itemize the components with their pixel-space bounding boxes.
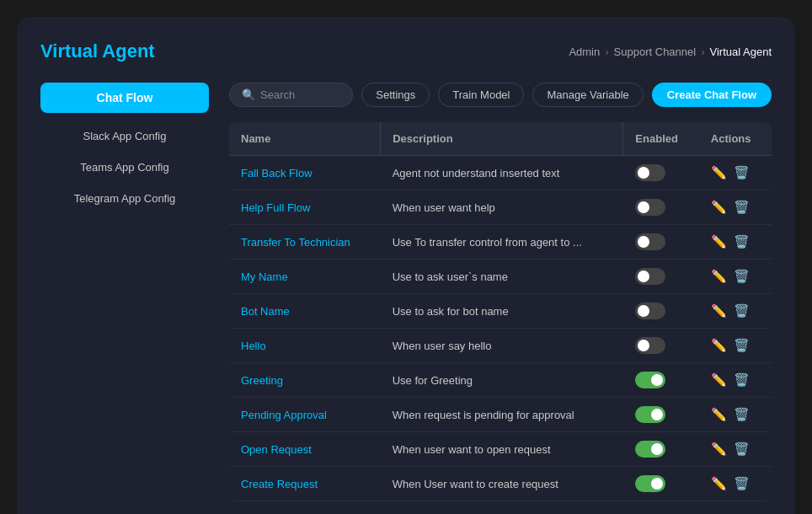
row-enabled bbox=[623, 294, 699, 329]
search-input[interactable] bbox=[260, 88, 340, 101]
row-name-cell: Create Request bbox=[229, 467, 381, 501]
row-description: When request is pending for approval bbox=[381, 398, 623, 432]
edit-icon[interactable]: ✏️ bbox=[711, 338, 727, 353]
delete-icon[interactable]: 🗑️ bbox=[734, 372, 750, 388]
sidebar: Chat Flow Slack App Config Teams App Con… bbox=[40, 83, 209, 501]
main-container: Virtual Agent Admin › Support Channel › … bbox=[17, 17, 795, 514]
sidebar-item-slack[interactable]: Slack App Config bbox=[40, 121, 209, 151]
toggle-switch[interactable] bbox=[635, 475, 665, 492]
col-name: Name bbox=[229, 122, 381, 156]
table-row: Fall Back FlowAgent not understand inser… bbox=[229, 156, 772, 190]
breadcrumb: Admin › Support Channel › Virtual Agent bbox=[569, 46, 772, 58]
edit-icon[interactable]: ✏️ bbox=[711, 269, 727, 284]
row-name-link[interactable]: Bot Name bbox=[241, 305, 290, 318]
toggle-switch[interactable] bbox=[635, 441, 665, 458]
delete-icon[interactable]: 🗑️ bbox=[734, 338, 750, 353]
toggle-switch[interactable] bbox=[635, 303, 665, 319]
table-row: Pending ApprovalWhen request is pending … bbox=[229, 398, 772, 432]
row-enabled bbox=[623, 156, 699, 190]
row-enabled bbox=[623, 467, 699, 501]
row-name-link[interactable]: Fall Back Flow bbox=[241, 167, 313, 179]
toggle-switch[interactable] bbox=[635, 268, 665, 285]
edit-icon[interactable]: ✏️ bbox=[711, 303, 727, 319]
row-enabled bbox=[623, 363, 699, 398]
search-box: 🔍 bbox=[229, 83, 353, 107]
row-name-cell: Pending Approval bbox=[229, 398, 381, 432]
toggle-switch[interactable] bbox=[635, 406, 665, 423]
row-enabled bbox=[623, 190, 699, 225]
toolbar: 🔍 Settings Train Model Manage Variable C… bbox=[229, 83, 772, 107]
row-description: When user want to open request bbox=[381, 432, 623, 467]
row-enabled bbox=[623, 432, 699, 467]
table-row: My NameUse to ask user`s name✏️🗑️ bbox=[229, 260, 772, 294]
row-enabled bbox=[623, 260, 699, 294]
delete-icon[interactable]: 🗑️ bbox=[734, 200, 750, 215]
delete-icon[interactable]: 🗑️ bbox=[734, 442, 750, 457]
edit-icon[interactable]: ✏️ bbox=[711, 372, 727, 388]
toggle-switch[interactable] bbox=[635, 372, 665, 388]
row-name-link[interactable]: Greeting bbox=[241, 374, 283, 387]
row-enabled bbox=[623, 329, 699, 363]
col-actions: Actions bbox=[699, 122, 772, 156]
sidebar-chat-flow[interactable]: Chat Flow bbox=[40, 83, 209, 113]
delete-icon[interactable]: 🗑️ bbox=[734, 269, 750, 284]
row-actions: ✏️🗑️ bbox=[699, 260, 772, 294]
manage-variable-button[interactable]: Manage Variable bbox=[532, 83, 643, 107]
delete-icon[interactable]: 🗑️ bbox=[734, 407, 750, 422]
row-enabled bbox=[623, 398, 699, 432]
toggle-switch[interactable] bbox=[635, 199, 665, 216]
row-actions: ✏️🗑️ bbox=[699, 190, 772, 225]
flow-table: Name Description Enabled Actions Fall Ba… bbox=[229, 122, 772, 501]
toggle-switch[interactable] bbox=[635, 164, 665, 181]
row-actions: ✏️🗑️ bbox=[699, 363, 772, 398]
edit-icon[interactable]: ✏️ bbox=[711, 165, 727, 180]
row-name-link[interactable]: Hello bbox=[241, 340, 266, 352]
delete-icon[interactable]: 🗑️ bbox=[734, 476, 750, 491]
train-model-button[interactable]: Train Model bbox=[438, 83, 524, 107]
table-row: Transfer To TechnicianUse To transfer co… bbox=[229, 225, 772, 260]
toggle-switch[interactable] bbox=[635, 337, 665, 354]
sidebar-item-telegram[interactable]: Telegram App Config bbox=[40, 184, 209, 213]
row-description: When user want help bbox=[381, 190, 623, 225]
table-row: Create RequestWhen User want to create r… bbox=[229, 467, 772, 501]
row-name-cell: Hello bbox=[229, 329, 381, 363]
create-chat-flow-button[interactable]: Create Chat Flow bbox=[652, 83, 772, 107]
edit-icon[interactable]: ✏️ bbox=[711, 407, 727, 422]
row-name-link[interactable]: Create Request bbox=[241, 478, 318, 490]
edit-icon[interactable]: ✏️ bbox=[711, 234, 727, 249]
row-name-link[interactable]: Pending Approval bbox=[241, 409, 327, 421]
breadcrumb-sep2: › bbox=[701, 46, 704, 58]
delete-icon[interactable]: 🗑️ bbox=[734, 303, 750, 319]
col-description: Description bbox=[381, 122, 623, 156]
row-name-link[interactable]: My Name bbox=[241, 270, 288, 283]
sidebar-item-teams[interactable]: Teams App Config bbox=[40, 153, 209, 182]
row-description: When user say hello bbox=[381, 329, 623, 363]
delete-icon[interactable]: 🗑️ bbox=[734, 234, 750, 249]
row-name-cell: Bot Name bbox=[229, 294, 381, 329]
col-enabled: Enabled bbox=[623, 122, 699, 156]
row-name-link[interactable]: Transfer To Technician bbox=[241, 236, 350, 249]
search-icon: 🔍 bbox=[242, 88, 255, 101]
toggle-switch[interactable] bbox=[635, 233, 665, 250]
row-actions: ✏️🗑️ bbox=[699, 294, 772, 329]
table-row: HelloWhen user say hello✏️🗑️ bbox=[229, 329, 772, 363]
row-name-link[interactable]: Open Request bbox=[241, 443, 312, 456]
row-actions: ✏️🗑️ bbox=[699, 432, 772, 467]
edit-icon[interactable]: ✏️ bbox=[711, 442, 727, 457]
table-row: Open RequestWhen user want to open reque… bbox=[229, 432, 772, 467]
row-name-link[interactable]: Help Full Flow bbox=[241, 201, 310, 214]
edit-icon[interactable]: ✏️ bbox=[711, 200, 727, 215]
delete-icon[interactable]: 🗑️ bbox=[734, 165, 750, 180]
settings-button[interactable]: Settings bbox=[361, 83, 430, 107]
row-description: Use To transfer control from agent to ..… bbox=[381, 225, 623, 260]
row-actions: ✏️🗑️ bbox=[699, 225, 772, 260]
row-description: Use to ask user`s name bbox=[381, 260, 623, 294]
table-row: GreetingUse for Greeting✏️🗑️ bbox=[229, 363, 772, 398]
edit-icon[interactable]: ✏️ bbox=[711, 476, 727, 491]
row-name-cell: Help Full Flow bbox=[229, 190, 381, 225]
row-name-cell: Open Request bbox=[229, 432, 381, 467]
row-actions: ✏️🗑️ bbox=[699, 467, 772, 501]
row-name-cell: Fall Back Flow bbox=[229, 156, 381, 190]
table-row: Bot NameUse to ask for bot name✏️🗑️ bbox=[229, 294, 772, 329]
row-actions: ✏️🗑️ bbox=[699, 398, 772, 432]
